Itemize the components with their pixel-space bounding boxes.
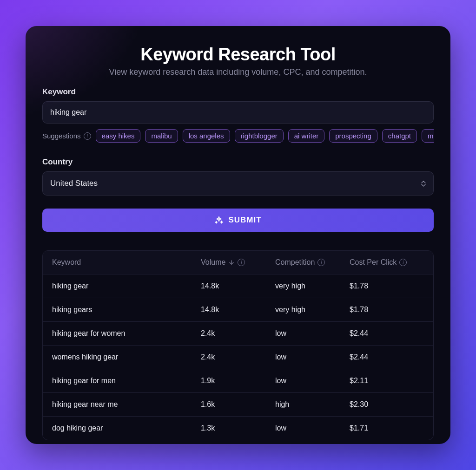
page-subtitle: View keyword research data including vol…: [42, 67, 434, 77]
submit-label: SUBMIT: [228, 215, 261, 225]
cell-cpc: $2.30: [350, 400, 424, 409]
suggestion-chip[interactable]: money blogging: [422, 129, 434, 143]
cell-volume: 2.4k: [201, 353, 275, 361]
arrow-down-icon: [228, 259, 235, 266]
cell-competition: high: [275, 400, 350, 409]
col-volume-label: Volume: [201, 258, 225, 267]
cell-keyword: hiking gear near me: [52, 400, 201, 409]
cell-competition: very high: [275, 306, 350, 314]
results-header-row: Keyword Volume i Competition i Cost Per …: [43, 251, 433, 274]
cell-competition: very high: [275, 282, 350, 290]
cell-cpc: $2.44: [350, 353, 424, 361]
col-cpc-label: Cost Per Click: [350, 258, 397, 267]
header: Keyword Research Tool View keyword resea…: [42, 45, 434, 77]
country-label: Country: [42, 157, 434, 167]
cell-volume: 2.4k: [201, 329, 275, 338]
suggestion-chip[interactable]: los angeles: [183, 129, 230, 143]
cell-volume: 14.8k: [201, 306, 275, 314]
table-row[interactable]: hiking gear near me1.6khigh$2.30: [43, 393, 433, 417]
cell-keyword: hiking gear for women: [52, 329, 201, 338]
info-icon[interactable]: i: [238, 259, 245, 266]
table-row[interactable]: hiking gear for men1.9klow$2.11: [43, 369, 433, 393]
keyword-input[interactable]: [42, 101, 434, 124]
cell-volume: 14.8k: [201, 282, 275, 290]
cell-keyword: hiking gears: [52, 306, 201, 314]
cell-keyword: hiking gear for men: [52, 377, 201, 385]
col-cpc[interactable]: Cost Per Click i: [350, 258, 424, 267]
submit-button[interactable]: SUBMIT: [42, 209, 434, 232]
info-icon[interactable]: i: [84, 132, 91, 140]
country-select[interactable]: United States: [42, 171, 434, 196]
col-competition[interactable]: Competition i: [275, 258, 350, 267]
cell-keyword: dog hiking gear: [52, 424, 201, 432]
select-updown-icon: [421, 181, 426, 187]
cell-cpc: $1.78: [350, 306, 424, 314]
info-icon[interactable]: i: [317, 259, 325, 266]
info-icon[interactable]: i: [399, 259, 407, 266]
cell-competition: low: [275, 377, 350, 385]
cell-cpc: $1.71: [350, 424, 424, 432]
cell-volume: 1.3k: [201, 424, 275, 432]
cell-competition: low: [275, 329, 350, 338]
suggestion-chip[interactable]: easy hikes: [96, 129, 141, 143]
cell-cpc: $2.11: [350, 377, 424, 385]
table-row[interactable]: hiking gears14.8kvery high$1.78: [43, 298, 433, 322]
col-keyword[interactable]: Keyword: [52, 258, 201, 267]
country-section: Country United States: [42, 157, 434, 196]
country-value: United States: [50, 179, 98, 188]
table-row[interactable]: dog hiking gear1.3klow$1.71: [43, 417, 433, 440]
keyword-label: Keyword: [42, 87, 434, 97]
sparkle-icon: [214, 215, 224, 225]
suggestion-chip[interactable]: ai writer: [288, 129, 325, 143]
suggestions-label-text: Suggestions: [42, 132, 81, 140]
page-title: Keyword Research Tool: [42, 45, 434, 65]
suggestion-chip[interactable]: prospecting: [329, 129, 377, 143]
results-table: Keyword Volume i Competition i Cost Per …: [42, 250, 434, 440]
cell-keyword: hiking gear: [52, 282, 201, 290]
cell-cpc: $1.78: [350, 282, 424, 290]
table-row[interactable]: hiking gear for women2.4klow$2.44: [43, 322, 433, 346]
suggestion-chip[interactable]: malibu: [145, 129, 178, 143]
cell-competition: low: [275, 424, 350, 432]
cell-cpc: $2.44: [350, 329, 424, 338]
table-row[interactable]: womens hiking gear2.4klow$2.44: [43, 346, 433, 369]
col-keyword-label: Keyword: [52, 258, 81, 267]
cell-keyword: womens hiking gear: [52, 353, 201, 361]
suggestion-chip[interactable]: rightblogger: [235, 129, 284, 143]
suggestions-row: Suggestions i easy hikes malibu los ange…: [42, 129, 434, 143]
suggestions-label: Suggestions i: [42, 132, 91, 140]
suggestion-chip[interactable]: chatgpt: [382, 129, 417, 143]
app-card: Keyword Research Tool View keyword resea…: [26, 26, 450, 444]
cell-volume: 1.9k: [201, 377, 275, 385]
table-row[interactable]: hiking gear14.8kvery high$1.78: [43, 274, 433, 298]
col-volume[interactable]: Volume i: [201, 258, 275, 267]
cell-volume: 1.6k: [201, 400, 275, 409]
cell-competition: low: [275, 353, 350, 361]
col-competition-label: Competition: [275, 258, 315, 267]
